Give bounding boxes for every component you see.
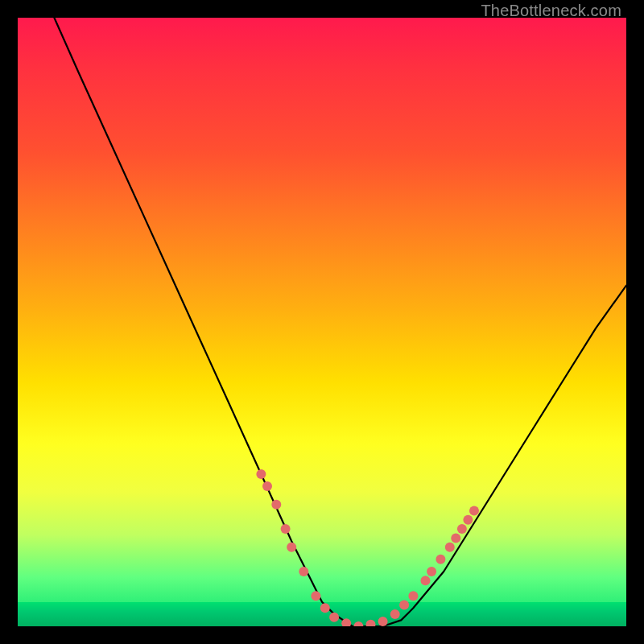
highlight-dot [311, 591, 320, 601]
highlight-dot [281, 524, 291, 534]
highlight-dot [469, 506, 479, 515]
highlight-dot [421, 576, 431, 585]
highlight-dot [451, 533, 460, 543]
highlight-dot [271, 500, 281, 510]
frame: TheBottleneck.com [0, 0, 644, 644]
curve-line [54, 18, 626, 626]
highlight-dot [457, 524, 467, 534]
highlight-dots [256, 469, 479, 626]
bottleneck-curve [18, 18, 626, 626]
highlight-dot [329, 613, 339, 622]
highlight-dot [390, 609, 400, 619]
highlight-dot [463, 515, 473, 525]
highlight-dot [256, 469, 266, 479]
highlight-dot [436, 555, 445, 564]
highlight-dot [427, 567, 436, 576]
highlight-dot [287, 543, 296, 552]
highlight-dot [399, 601, 409, 610]
highlight-dot [366, 620, 376, 626]
highlight-dot [353, 621, 363, 626]
chart-area [18, 18, 626, 626]
highlight-dot [262, 481, 272, 491]
highlight-dot [378, 617, 388, 626]
highlight-dot [445, 543, 455, 552]
highlight-dot [299, 567, 308, 576]
highlight-dot [408, 591, 418, 601]
highlight-dot [320, 603, 330, 613]
